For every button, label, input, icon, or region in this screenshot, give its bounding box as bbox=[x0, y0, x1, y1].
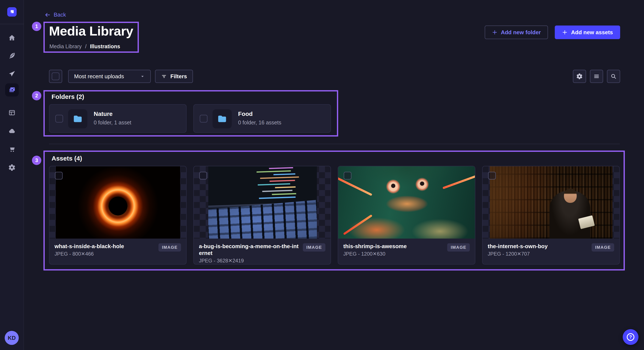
strapi-logo[interactable] bbox=[7, 7, 16, 16]
cart-icon bbox=[8, 146, 16, 153]
filters-label: Filters bbox=[170, 73, 187, 80]
sidebar-divider bbox=[0, 24, 24, 24]
breadcrumb: Media Library / Illustrations bbox=[50, 43, 120, 49]
add-new-assets-label: Add new assets bbox=[571, 29, 613, 36]
folder-icon-tile bbox=[68, 109, 87, 128]
filter-icon bbox=[161, 73, 167, 79]
laptop-screen bbox=[208, 166, 317, 207]
cloud-icon bbox=[8, 127, 16, 135]
shrimp-antenna bbox=[343, 214, 372, 235]
asset-checkbox[interactable] bbox=[488, 172, 496, 179]
asset-preview bbox=[482, 166, 619, 239]
person-head bbox=[564, 188, 577, 203]
folder-name: Food bbox=[238, 111, 252, 117]
toolbar: Most recent uploads Filters bbox=[49, 70, 193, 83]
sidebar-item-deploy[interactable] bbox=[0, 126, 24, 136]
folder-card-nature[interactable]: Nature 0 folder, 1 asset bbox=[49, 104, 186, 133]
user-avatar[interactable]: KD bbox=[5, 331, 19, 345]
folder-card-food[interactable]: Food 0 folder, 16 assets bbox=[193, 104, 331, 133]
asset-footer: this-shrimp-is-awesome JPEG - 1200✕630 I… bbox=[338, 239, 475, 265]
sidebar-item-content-manager[interactable] bbox=[0, 108, 24, 118]
sidebar-item-home[interactable] bbox=[0, 33, 24, 43]
back-link[interactable]: Back bbox=[44, 11, 66, 18]
breadcrumb-parent[interactable]: Media Library bbox=[50, 43, 82, 49]
list-view-button[interactable] bbox=[590, 70, 603, 83]
asset-footer: the-internet-s-own-boy JPEG - 1200✕707 I… bbox=[482, 239, 619, 265]
shrimp-antenna bbox=[442, 174, 475, 189]
select-all-container bbox=[49, 70, 62, 83]
back-label: Back bbox=[54, 11, 66, 18]
annotation-badge-1: 1 bbox=[32, 22, 41, 31]
library-portrait-image bbox=[490, 166, 612, 239]
sidebar-item-media-library[interactable] bbox=[5, 83, 19, 97]
sort-dropdown[interactable]: Most recent uploads bbox=[68, 70, 151, 83]
layout-icon bbox=[8, 109, 16, 117]
folder-icon-tile bbox=[212, 109, 232, 128]
strapi-logo-glyph bbox=[9, 9, 15, 15]
feather-icon bbox=[8, 52, 16, 59]
assets-grid: what-s-inside-a-black-hole JPEG - 800✕46… bbox=[49, 166, 620, 265]
add-new-folder-label: Add new folder bbox=[501, 29, 541, 36]
grid-settings-button[interactable] bbox=[573, 70, 586, 83]
question-mark-icon: ? bbox=[627, 333, 634, 341]
asset-preview bbox=[194, 166, 330, 239]
help-button[interactable]: ? bbox=[623, 329, 638, 345]
black-hole-image bbox=[56, 166, 180, 239]
asset-footer: a-bug-is-becoming-a-meme-on-the-internet… bbox=[194, 239, 330, 265]
send-icon bbox=[8, 70, 16, 78]
asset-name: a-bug-is-becoming-a-meme-on-the-internet bbox=[199, 243, 300, 256]
sidebar-item-content-type-builder[interactable] bbox=[0, 51, 24, 61]
search-button[interactable] bbox=[607, 70, 620, 83]
search-icon bbox=[610, 73, 617, 80]
plus-icon bbox=[492, 29, 498, 35]
folder-meta: 0 folder, 1 asset bbox=[94, 120, 132, 126]
media-library-page: KD Back Media Library Media Library / Il… bbox=[0, 0, 644, 350]
shrimp-antenna bbox=[338, 176, 372, 196]
gear-icon bbox=[8, 164, 16, 172]
asset-card-internets-own-boy[interactable]: the-internet-s-own-boy JPEG - 1200✕707 I… bbox=[482, 166, 620, 265]
asset-type-badge: IMAGE bbox=[592, 243, 614, 252]
asset-meta: JPEG - 3628✕2419 bbox=[199, 258, 300, 264]
folder-checkbox[interactable] bbox=[200, 115, 208, 123]
assets-heading: Assets (4) bbox=[52, 155, 82, 162]
asset-type-badge: IMAGE bbox=[158, 243, 181, 252]
filters-button[interactable]: Filters bbox=[155, 70, 193, 83]
folders-heading: Folders (2) bbox=[52, 93, 84, 100]
add-new-folder-button[interactable]: Add new folder bbox=[485, 25, 548, 39]
asset-type-badge: IMAGE bbox=[303, 243, 326, 252]
asset-name: the-internet-s-own-boy bbox=[488, 243, 588, 250]
asset-meta: JPEG - 1200✕707 bbox=[488, 251, 588, 257]
laptop-code-image bbox=[208, 166, 317, 239]
sidebar-item-marketplace[interactable] bbox=[0, 144, 24, 154]
folder-icon bbox=[72, 113, 83, 124]
sidebar-item-settings[interactable] bbox=[0, 163, 24, 173]
asset-name: this-shrimp-is-awesome bbox=[343, 243, 444, 250]
plus-icon bbox=[562, 29, 568, 35]
add-new-assets-button[interactable]: Add new assets bbox=[555, 25, 620, 39]
page-title: Media Library bbox=[49, 23, 133, 38]
folder-checkbox[interactable] bbox=[55, 115, 63, 123]
sidebar-item-releases[interactable] bbox=[0, 69, 24, 79]
asset-preview bbox=[50, 166, 186, 239]
sidebar: KD bbox=[0, 0, 24, 350]
sort-dropdown-value: Most recent uploads bbox=[74, 73, 124, 80]
folders-grid: Nature 0 folder, 1 asset Food 0 folder, … bbox=[49, 104, 331, 133]
asset-meta: JPEG - 800✕466 bbox=[54, 251, 155, 257]
annotation-badge-3: 3 bbox=[32, 156, 41, 165]
asset-meta: JPEG - 1200✕630 bbox=[343, 251, 444, 257]
asset-checkbox[interactable] bbox=[199, 172, 207, 179]
back-arrow-icon bbox=[44, 12, 51, 18]
header-actions: Add new folder Add new assets bbox=[485, 25, 620, 39]
list-icon bbox=[593, 73, 600, 80]
asset-card-bug-meme[interactable]: a-bug-is-becoming-a-meme-on-the-internet… bbox=[193, 166, 331, 265]
mantis-shrimp-image bbox=[338, 166, 475, 239]
asset-checkbox[interactable] bbox=[55, 172, 62, 179]
asset-card-shrimp[interactable]: this-shrimp-is-awesome JPEG - 1200✕630 I… bbox=[338, 166, 475, 265]
select-all-checkbox[interactable] bbox=[52, 72, 60, 80]
asset-type-badge: IMAGE bbox=[447, 243, 470, 252]
folder-meta: 0 folder, 16 assets bbox=[238, 120, 281, 126]
asset-preview bbox=[338, 166, 475, 239]
asset-checkbox[interactable] bbox=[344, 172, 352, 179]
asset-card-black-hole[interactable]: what-s-inside-a-black-hole JPEG - 800✕46… bbox=[49, 166, 186, 265]
asset-footer: what-s-inside-a-black-hole JPEG - 800✕46… bbox=[50, 239, 186, 265]
